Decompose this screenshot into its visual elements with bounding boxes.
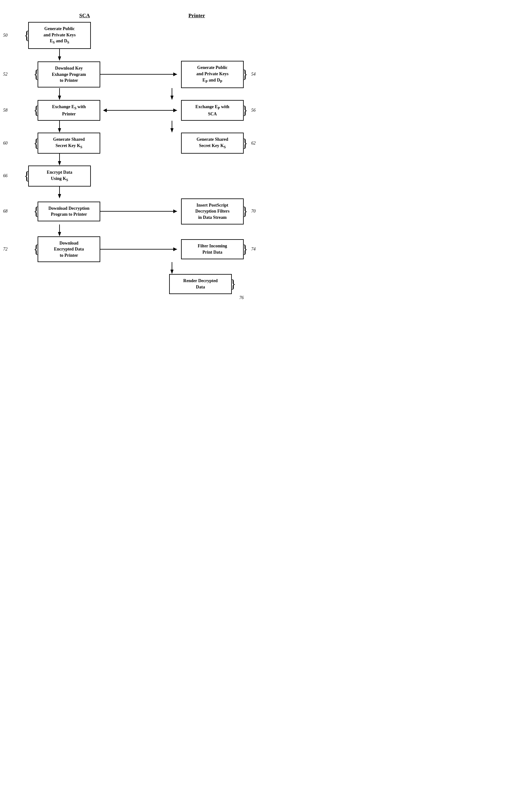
box-70: Insert PostScriptDecryption Filtersin Da… — [181, 199, 244, 224]
svg-marker-5 — [58, 96, 61, 100]
box-68: Download DecryptionProgram to Printer — [38, 202, 100, 221]
arrow-52-58 — [19, 88, 100, 100]
svg-marker-26 — [170, 270, 174, 274]
row-52-54: 52 Download KeyExhange Programto Printer… — [19, 61, 244, 88]
label-62: 62 — [251, 141, 256, 146]
box-62: Generate SharedSecret Key KS — [181, 133, 244, 154]
arrow-68-70 — [100, 208, 181, 215]
box-76: Render DecryptedData — [169, 274, 232, 294]
arrow-74-76 — [100, 262, 244, 274]
arrow-58-60 — [19, 121, 100, 133]
box-72: DownloadEncrypted Datato Printer — [38, 236, 100, 262]
arrow-66-68 — [19, 187, 100, 199]
row-58-56: 58 Exchange ES withPrinter Excha — [19, 100, 244, 121]
box-66: Encrypt DataUsing KS — [28, 165, 91, 187]
label-76: 76 — [239, 295, 244, 300]
svg-marker-1 — [58, 56, 61, 61]
label-72: 72 — [3, 247, 7, 252]
svg-marker-14 — [170, 128, 174, 133]
box-56: Exchange EP withSCA — [181, 100, 244, 121]
arrow-54-56 — [100, 88, 244, 100]
row-72-74: 72 DownloadEncrypted Datato Printer Filt… — [19, 236, 244, 262]
box-74: Filter IncomingPrint Data — [181, 239, 244, 259]
label-74: 74 — [251, 247, 256, 252]
label-50: 50 — [3, 33, 7, 38]
diagram: SCA Printer 50 Generate Publicand Privat… — [19, 13, 244, 294]
arrow-58-56 — [100, 107, 181, 114]
box-52: Download KeyExhange Programto Printer — [38, 61, 100, 87]
svg-marker-16 — [58, 161, 61, 165]
box-54: Generate Publicand Private KeysEP and DP — [181, 61, 244, 88]
arrow-56-62 — [100, 121, 244, 133]
svg-marker-7 — [170, 96, 174, 100]
label-70: 70 — [251, 209, 256, 214]
arrow-50-52 — [19, 49, 100, 61]
row-68-70: 68 Download DecryptionProgram to Printer… — [19, 199, 244, 224]
label-54: 54 — [251, 72, 256, 77]
arrow-68-72 — [19, 224, 100, 236]
arrow-52-54 — [100, 71, 181, 77]
svg-marker-12 — [58, 128, 61, 133]
label-52: 52 — [3, 72, 7, 77]
label-60: 60 — [3, 141, 7, 146]
box-60: Generate SharedSecret Key KS — [38, 133, 100, 154]
label-56: 56 — [251, 108, 256, 113]
printer-header: Printer — [150, 13, 244, 19]
svg-marker-22 — [58, 232, 61, 236]
label-58: 58 — [3, 108, 7, 113]
sca-header: SCA — [38, 13, 132, 19]
label-66: 66 — [3, 173, 7, 178]
box-58: Exchange ES withPrinter — [38, 100, 100, 121]
box-50: Generate Publicand Private KeysES and DS — [28, 22, 91, 49]
row-60-62: 60 Generate SharedSecret Key KS Generate… — [19, 133, 244, 154]
arrow-60-66 — [19, 154, 100, 165]
arrow-72-74 — [100, 246, 181, 252]
label-68: 68 — [3, 209, 7, 214]
svg-marker-18 — [58, 194, 61, 199]
